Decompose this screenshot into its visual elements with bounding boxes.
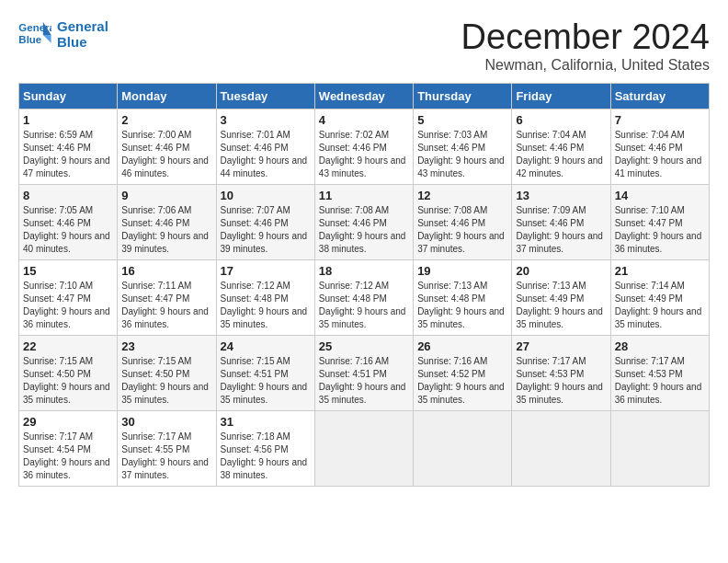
day-number: 7	[615, 113, 705, 127]
day-info: Sunrise: 7:16 AMSunset: 4:51 PMDaylight:…	[319, 356, 406, 405]
calendar-cell	[414, 410, 512, 486]
day-number: 31	[221, 415, 311, 429]
calendar-cell: 19 Sunrise: 7:13 AMSunset: 4:48 PMDaylig…	[414, 259, 512, 335]
day-number: 14	[615, 189, 705, 202]
day-number: 15	[23, 264, 113, 278]
day-info: Sunrise: 7:10 AMSunset: 4:47 PMDaylight:…	[615, 205, 702, 254]
day-info: Sunrise: 7:05 AMSunset: 4:46 PMDaylight:…	[23, 205, 110, 254]
calendar-cell: 29 Sunrise: 7:17 AMSunset: 4:54 PMDaylig…	[19, 410, 118, 486]
day-number: 5	[417, 113, 507, 127]
calendar-week-row: 8 Sunrise: 7:05 AMSunset: 4:46 PMDayligh…	[19, 184, 710, 259]
calendar-week-row: 22 Sunrise: 7:15 AMSunset: 4:50 PMDaylig…	[19, 335, 710, 410]
calendar-cell: 18 Sunrise: 7:12 AMSunset: 4:48 PMDaylig…	[314, 259, 413, 335]
day-number: 16	[121, 264, 211, 278]
calendar-cell: 2 Sunrise: 7:00 AMSunset: 4:46 PMDayligh…	[118, 109, 216, 184]
calendar-cell: 3 Sunrise: 7:01 AMSunset: 4:46 PMDayligh…	[216, 109, 314, 184]
calendar-cell: 16 Sunrise: 7:11 AMSunset: 4:47 PMDaylig…	[118, 259, 216, 335]
day-info: Sunrise: 7:13 AMSunset: 4:49 PMDaylight:…	[516, 281, 603, 329]
calendar-cell: 22 Sunrise: 7:15 AMSunset: 4:50 PMDaylig…	[19, 335, 118, 410]
day-info: Sunrise: 7:06 AMSunset: 4:46 PMDaylight:…	[121, 205, 209, 254]
day-info: Sunrise: 7:02 AMSunset: 4:46 PMDaylight:…	[319, 130, 406, 178]
day-number: 27	[516, 339, 606, 353]
day-info: Sunrise: 7:13 AMSunset: 4:48 PMDaylight:…	[417, 281, 505, 329]
calendar-week-row: 1 Sunrise: 6:59 AMSunset: 4:46 PMDayligh…	[19, 109, 710, 184]
calendar-cell: 31 Sunrise: 7:18 AMSunset: 4:56 PMDaylig…	[216, 410, 314, 486]
calendar-cell: 12 Sunrise: 7:08 AMSunset: 4:46 PMDaylig…	[414, 184, 512, 259]
day-info: Sunrise: 7:12 AMSunset: 4:48 PMDaylight:…	[319, 281, 406, 329]
day-number: 21	[615, 264, 705, 278]
calendar-cell: 7 Sunrise: 7:04 AMSunset: 4:46 PMDayligh…	[610, 109, 709, 184]
calendar-cell: 5 Sunrise: 7:03 AMSunset: 4:46 PMDayligh…	[414, 109, 512, 184]
day-info: Sunrise: 7:16 AMSunset: 4:52 PMDaylight:…	[417, 356, 505, 405]
logo-icon: General Blue	[18, 20, 51, 48]
calendar-table: SundayMondayTuesdayWednesdayThursdayFrid…	[18, 83, 710, 487]
day-info: Sunrise: 7:00 AMSunset: 4:46 PMDaylight:…	[121, 130, 209, 178]
day-number: 29	[23, 415, 113, 429]
calendar-cell: 21 Sunrise: 7:14 AMSunset: 4:49 PMDaylig…	[610, 259, 709, 335]
weekday-header-thursday: Thursday	[414, 83, 512, 109]
day-info: Sunrise: 7:04 AMSunset: 4:46 PMDaylight:…	[615, 130, 702, 178]
calendar-cell: 25 Sunrise: 7:16 AMSunset: 4:51 PMDaylig…	[314, 335, 413, 410]
calendar-cell: 11 Sunrise: 7:08 AMSunset: 4:46 PMDaylig…	[314, 184, 413, 259]
day-number: 13	[516, 189, 606, 202]
day-number: 26	[417, 339, 507, 353]
calendar-cell: 27 Sunrise: 7:17 AMSunset: 4:53 PMDaylig…	[512, 335, 610, 410]
day-number: 18	[319, 264, 409, 278]
calendar-cell: 10 Sunrise: 7:07 AMSunset: 4:46 PMDaylig…	[216, 184, 314, 259]
logo-line1: General	[57, 18, 108, 34]
day-number: 23	[121, 339, 211, 353]
calendar-cell: 4 Sunrise: 7:02 AMSunset: 4:46 PMDayligh…	[314, 109, 413, 184]
day-number: 24	[221, 339, 311, 353]
calendar-cell: 26 Sunrise: 7:16 AMSunset: 4:52 PMDaylig…	[414, 335, 512, 410]
weekday-header-monday: Monday	[118, 83, 216, 109]
weekday-header-wednesday: Wednesday	[314, 83, 413, 109]
day-info: Sunrise: 7:08 AMSunset: 4:46 PMDaylight:…	[417, 205, 505, 254]
subtitle: Newman, California, United States	[461, 57, 710, 74]
weekday-header-sunday: Sunday	[19, 83, 118, 109]
day-info: Sunrise: 7:15 AMSunset: 4:50 PMDaylight:…	[121, 356, 209, 405]
day-number: 2	[121, 113, 211, 127]
day-info: Sunrise: 7:07 AMSunset: 4:46 PMDaylight:…	[221, 205, 308, 254]
calendar-cell: 8 Sunrise: 7:05 AMSunset: 4:46 PMDayligh…	[19, 184, 118, 259]
day-number: 3	[221, 113, 311, 127]
calendar-cell	[314, 410, 413, 486]
calendar-cell: 1 Sunrise: 6:59 AMSunset: 4:46 PMDayligh…	[19, 109, 118, 184]
day-number: 9	[121, 189, 211, 202]
day-info: Sunrise: 7:11 AMSunset: 4:47 PMDaylight:…	[121, 281, 209, 329]
day-info: Sunrise: 7:15 AMSunset: 4:50 PMDaylight:…	[23, 356, 110, 405]
day-number: 30	[121, 415, 211, 429]
day-info: Sunrise: 7:18 AMSunset: 4:56 PMDaylight:…	[221, 431, 308, 480]
calendar-cell: 17 Sunrise: 7:12 AMSunset: 4:48 PMDaylig…	[216, 259, 314, 335]
day-info: Sunrise: 6:59 AMSunset: 4:46 PMDaylight:…	[23, 130, 110, 178]
calendar-cell: 14 Sunrise: 7:10 AMSunset: 4:47 PMDaylig…	[610, 184, 709, 259]
day-info: Sunrise: 7:17 AMSunset: 4:54 PMDaylight:…	[23, 431, 110, 480]
calendar-week-row: 15 Sunrise: 7:10 AMSunset: 4:47 PMDaylig…	[19, 259, 710, 335]
day-info: Sunrise: 7:08 AMSunset: 4:46 PMDaylight:…	[319, 205, 406, 254]
calendar-cell: 15 Sunrise: 7:10 AMSunset: 4:47 PMDaylig…	[19, 259, 118, 335]
calendar-cell: 30 Sunrise: 7:17 AMSunset: 4:55 PMDaylig…	[118, 410, 216, 486]
day-info: Sunrise: 7:01 AMSunset: 4:46 PMDaylight:…	[221, 130, 308, 178]
day-number: 1	[23, 113, 113, 127]
day-info: Sunrise: 7:17 AMSunset: 4:53 PMDaylight:…	[615, 356, 702, 405]
calendar-week-row: 29 Sunrise: 7:17 AMSunset: 4:54 PMDaylig…	[19, 410, 710, 486]
day-info: Sunrise: 7:12 AMSunset: 4:48 PMDaylight:…	[221, 281, 308, 329]
calendar-cell: 6 Sunrise: 7:04 AMSunset: 4:46 PMDayligh…	[512, 109, 610, 184]
header: General Blue General Blue December 2024 …	[18, 18, 710, 74]
day-info: Sunrise: 7:17 AMSunset: 4:55 PMDaylight:…	[121, 431, 209, 480]
day-number: 25	[319, 339, 409, 353]
calendar-cell: 28 Sunrise: 7:17 AMSunset: 4:53 PMDaylig…	[610, 335, 709, 410]
day-info: Sunrise: 7:14 AMSunset: 4:49 PMDaylight:…	[615, 281, 702, 329]
svg-marker-3	[43, 35, 51, 43]
day-number: 19	[417, 264, 507, 278]
day-number: 12	[417, 189, 507, 202]
day-number: 11	[319, 189, 409, 202]
calendar-cell: 20 Sunrise: 7:13 AMSunset: 4:49 PMDaylig…	[512, 259, 610, 335]
day-info: Sunrise: 7:10 AMSunset: 4:47 PMDaylight:…	[23, 281, 110, 329]
calendar-cell	[512, 410, 610, 486]
svg-text:Blue: Blue	[18, 34, 41, 45]
logo: General Blue General Blue	[18, 18, 108, 50]
day-number: 22	[23, 339, 113, 353]
day-number: 10	[221, 189, 311, 202]
calendar-cell: 23 Sunrise: 7:15 AMSunset: 4:50 PMDaylig…	[118, 335, 216, 410]
calendar-cell: 24 Sunrise: 7:15 AMSunset: 4:51 PMDaylig…	[216, 335, 314, 410]
